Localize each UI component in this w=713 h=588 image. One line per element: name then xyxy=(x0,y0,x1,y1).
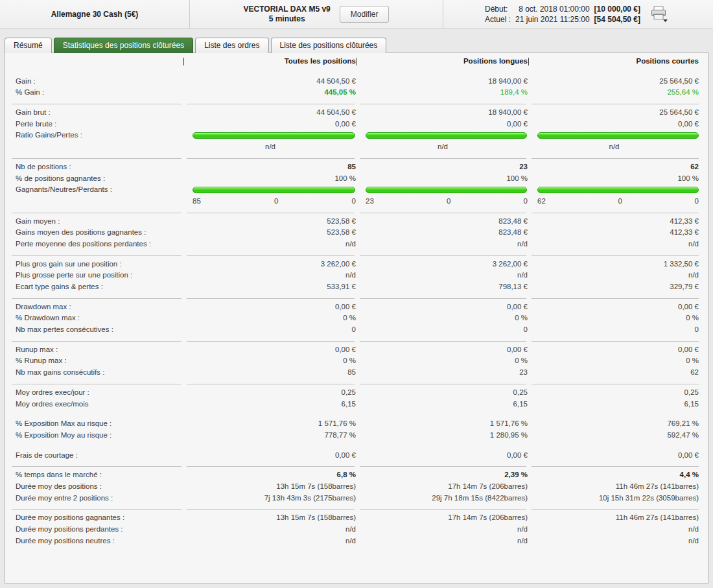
bar-breakdown-values: 8500 xyxy=(185,196,358,207)
modify-button[interactable]: Modifier xyxy=(340,6,390,23)
stat-row: Gains moyen des positions gagnantes :523… xyxy=(5,227,708,239)
divider-segment xyxy=(12,298,181,299)
divider-segment xyxy=(532,509,699,510)
strategy-section: VECTORIAL DAX M5 v9 5 minutes Modifier xyxy=(190,0,443,29)
divider-segment xyxy=(12,158,181,159)
stat-row: Runup max :0,00 €0,00 €0,00 € xyxy=(5,344,708,356)
divider-segment xyxy=(12,509,181,510)
stat-value: 11h 46m 27s (141barres) xyxy=(530,481,708,493)
stat-value: 0 % xyxy=(185,312,358,324)
stat-value: 0,25 xyxy=(185,387,358,399)
tab-statistiques-des-positions-cloturees[interactable]: Statistiques des positions clôturées xyxy=(54,38,193,53)
bar-breakdown-values: 6200 xyxy=(530,196,708,207)
section-divider xyxy=(5,384,708,384)
stat-value: 329,79 € xyxy=(530,281,708,293)
gain-ratio-bar xyxy=(193,132,355,139)
stat-value: 62 xyxy=(530,367,708,379)
stat-value: 189,4 % xyxy=(358,87,530,99)
stat-value: n/d xyxy=(185,535,358,547)
divider-segment xyxy=(532,104,699,104)
stat-value: 0 % xyxy=(530,312,708,324)
stat-row: % Drawdown max :0 %0 %0 % xyxy=(5,312,708,324)
stat-row: Moy ordres exec/mois6,156,156,15 xyxy=(5,399,708,410)
stats-section: Durée moy positions gagnantes :13h 15m 7… xyxy=(5,509,708,547)
stat-value: 85 xyxy=(185,367,358,379)
stat-value: 523,58 € xyxy=(185,227,358,239)
stat-value: 445,05 % xyxy=(185,87,358,99)
breakdown-value: 62 xyxy=(537,196,546,207)
dates-block: Début: 8 oct. 2018 01:00:00 [10 000,00 €… xyxy=(485,5,640,24)
section-divider xyxy=(5,104,708,104)
stat-value: 823,48 € xyxy=(358,227,530,239)
stat-row: % Runup max :0 %0 %0 % xyxy=(5,355,708,367)
tab-liste-des-positions-cloturees[interactable]: Liste des positions clôturées xyxy=(271,38,387,53)
stat-value: 0,00 € xyxy=(185,344,358,356)
stat-label: Plus grosse perte sur une position : xyxy=(5,270,185,281)
current-amount: [54 504,50 €] xyxy=(594,15,640,24)
gain-ratio-bar xyxy=(366,187,527,193)
instrument-name: Allemagne 30 Cash (5€) xyxy=(0,0,190,29)
stat-row: Ratio Gains/Pertes : xyxy=(5,130,708,141)
breakdown-value: 0 xyxy=(274,196,278,207)
bar-breakdown-values: 2300 xyxy=(358,196,530,207)
stat-row: Nb de positions :852362 xyxy=(5,161,708,173)
gain-ratio-bar xyxy=(537,132,699,139)
divider-segment xyxy=(360,466,526,467)
divider-segment xyxy=(360,384,526,384)
stat-label: % Exposition Max au risque : xyxy=(5,418,185,430)
stat-value: 412,33 € xyxy=(530,227,708,239)
stat-label: Moy ordres exec/jour : xyxy=(5,387,185,399)
tab-resume[interactable]: Résumé xyxy=(5,38,52,53)
stat-value: 0,00 € xyxy=(358,119,530,130)
breakdown-value: 0 xyxy=(695,196,699,207)
stat-label: Gain : xyxy=(5,76,185,88)
stat-row: % de positions gagnantes :100 %100 %100 … xyxy=(5,173,708,185)
stat-value: 6,15 xyxy=(358,399,530,410)
divider-segment xyxy=(12,255,181,256)
breakdown-value: 0 xyxy=(352,196,356,207)
stat-value: 3 262,00 € xyxy=(358,259,530,270)
stat-value: 17h 14m 7s (206barres) xyxy=(358,512,530,524)
stat-value: 6,15 xyxy=(530,399,708,410)
stats-section: % temps dans le marché :6,8 %2,39 %4,4 %… xyxy=(5,466,708,504)
bar-cell xyxy=(530,130,708,141)
stat-value: 0 % xyxy=(358,312,530,324)
stat-value: 44 504,50 € xyxy=(185,76,358,88)
stat-row: Durée moy positions gagnantes :13h 15m 7… xyxy=(5,512,708,524)
stats-section: % Exposition Max au risque :1 571,76 %1 … xyxy=(5,418,708,441)
stat-label xyxy=(5,141,185,153)
stats-section: Plus gros gain sur une position :3 262,0… xyxy=(5,255,708,293)
divider-segment xyxy=(360,255,526,256)
divider-segment xyxy=(12,213,181,213)
divider-segment xyxy=(12,341,181,342)
current-label: Actuel : xyxy=(485,15,511,24)
stat-value: 100 % xyxy=(530,173,708,185)
stats-section: Frais de courtage :0,00 €0,00 €0,00 € xyxy=(5,450,708,462)
stats-section: Gain moyen :523,58 €823,48 €412,33 €Gain… xyxy=(5,213,708,250)
section-divider xyxy=(5,158,708,159)
stat-row: % temps dans le marché :6,8 %2,39 %4,4 % xyxy=(5,469,708,481)
stat-value: n/d xyxy=(185,270,358,281)
divider-segment xyxy=(187,466,355,467)
divider-segment xyxy=(12,384,181,384)
divider-segment xyxy=(532,298,699,299)
stat-label: % Gain : xyxy=(5,87,185,99)
section-divider xyxy=(5,466,708,467)
stat-value: 1 571,76 % xyxy=(185,418,358,430)
stat-value: 0 xyxy=(185,324,358,336)
divider-segment xyxy=(532,158,699,159)
stat-value: 769,21 % xyxy=(530,418,708,430)
divider-segment xyxy=(187,298,355,299)
stat-value: n/d xyxy=(358,270,530,281)
stats-section: Gain :44 504,50 €18 940,00 €25 564,50 €%… xyxy=(5,76,708,99)
stat-value: 0,25 xyxy=(358,387,530,399)
stat-value: 255,64 % xyxy=(530,87,708,99)
stat-row: 850023006200 xyxy=(5,196,708,207)
stat-value: 29j 7h 18m 15s (8422barres) xyxy=(358,493,530,504)
stat-label: Gagnants/Neutres/Perdants : xyxy=(5,184,185,196)
divider-segment xyxy=(360,158,526,159)
tab-liste-des-ordres[interactable]: Liste des ordres xyxy=(195,38,268,53)
stat-row: Nb max pertes consécutives :000 xyxy=(5,324,708,336)
stat-value: 6,15 xyxy=(185,399,358,410)
printer-icon[interactable] xyxy=(649,6,669,23)
